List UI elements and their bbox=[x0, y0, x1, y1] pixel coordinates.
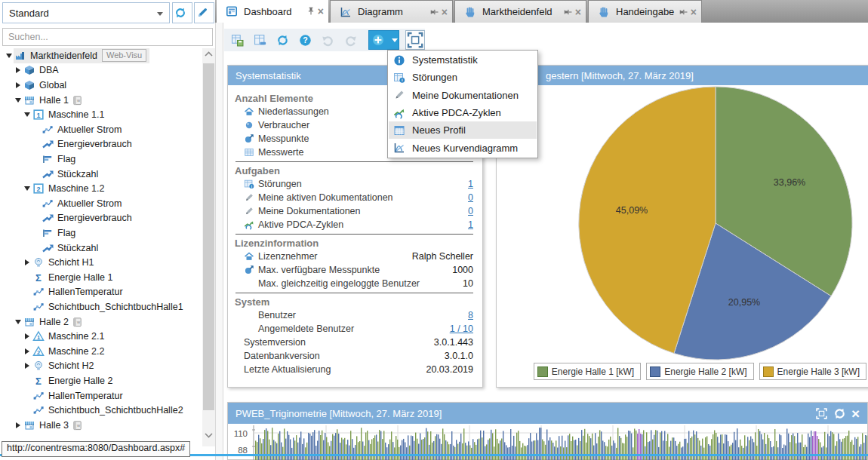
tab-dashboard[interactable]: Dashboard× bbox=[217, 0, 328, 23]
tree-item-energieverbrauch[interactable]: Energieverbrauch bbox=[0, 137, 234, 152]
tree-item-schicht-h2[interactable]: Schicht H2 bbox=[0, 359, 225, 374]
expand-icon[interactable] bbox=[14, 67, 23, 73]
close-icon[interactable]: × bbox=[575, 7, 581, 17]
stat-value-link[interactable]: 1 / 10 bbox=[450, 324, 473, 334]
tree-item-content: ΣEnergie Halle 2 bbox=[32, 373, 115, 388]
collapse-icon[interactable] bbox=[14, 320, 23, 324]
pin-horizontal-icon[interactable] bbox=[679, 7, 689, 17]
tree-item-dba[interactable]: DBA bbox=[0, 63, 216, 78]
scrollbar-thumb[interactable] bbox=[203, 63, 214, 410]
tree-item-maschine-1-1[interactable]: 1Maschine 1.1 bbox=[0, 107, 225, 122]
tree-item-halle-2[interactable]: Halle 2w bbox=[0, 314, 216, 330]
tab-diagramm[interactable]: Diagramm× bbox=[330, 0, 453, 23]
tree-item-st-ckzahl[interactable]: Stückzahl bbox=[0, 241, 234, 256]
stat-value-link[interactable]: 0 bbox=[468, 206, 473, 216]
close-icon[interactable]: × bbox=[851, 407, 860, 420]
tree-item-aktueller-strom[interactable]: Aktueller Strom bbox=[0, 196, 234, 211]
tree-item-global[interactable]: Global bbox=[0, 78, 216, 93]
legend-item-2[interactable]: Energie Halle 2 [kW] bbox=[646, 363, 753, 380]
expand-icon[interactable] bbox=[23, 259, 32, 265]
menu-item-neues-profil[interactable]: Neues Profil bbox=[389, 121, 537, 139]
scroll-up-icon[interactable] bbox=[202, 48, 215, 60]
tree-item-maschine-2-1[interactable]: 1Maschine 2.1 bbox=[0, 329, 225, 344]
close-icon[interactable]: × bbox=[318, 6, 324, 17]
pin-vertical-icon[interactable] bbox=[306, 6, 316, 17]
refresh-profile-button[interactable] bbox=[172, 2, 192, 23]
undo-button[interactable] bbox=[319, 30, 338, 50]
tree-item-flag[interactable]: Flag bbox=[0, 225, 234, 241]
chevron-down-icon[interactable] bbox=[392, 38, 398, 42]
tree-item-hallentemperatur[interactable]: HallenTemperatur bbox=[0, 285, 225, 300]
legend-item-3[interactable]: Energie Halle 3 [kW] bbox=[759, 363, 866, 380]
stat-value-link[interactable]: 8 bbox=[468, 310, 473, 320]
hall-icon bbox=[23, 316, 35, 328]
report-save-button[interactable] bbox=[227, 30, 247, 50]
expand-icon[interactable] bbox=[23, 348, 32, 354]
menu-item-meine-dokumentationen[interactable]: Meine Dokumentationen bbox=[389, 87, 537, 104]
stat-value-link[interactable]: 1 bbox=[468, 219, 473, 230]
stat-value-link[interactable]: 0 bbox=[468, 192, 473, 203]
profile-select[interactable]: Standard bbox=[2, 2, 170, 23]
expand-icon[interactable] bbox=[23, 333, 32, 339]
stat-value: 20.03.2019 bbox=[426, 364, 473, 375]
tree-item-flag[interactable]: Flag bbox=[0, 152, 234, 167]
pin-horizontal-icon[interactable] bbox=[429, 7, 440, 17]
add-widget-button[interactable] bbox=[368, 30, 399, 50]
tree-item-halle-1[interactable]: Halle 1w bbox=[0, 93, 216, 108]
tree-item-schicht-h1[interactable]: Schicht H1 bbox=[0, 255, 225, 270]
stat-label: Meine aktiven Dokumentationen bbox=[258, 192, 393, 203]
pen-icon bbox=[244, 192, 254, 203]
tree-item-maschine-2-2[interactable]: 2Maschine 2.2 bbox=[0, 344, 225, 359]
close-icon[interactable]: × bbox=[442, 7, 448, 17]
tree-item-energie-halle-1[interactable]: ΣEnergie Halle 1 bbox=[0, 270, 225, 285]
tree-item-halle-3[interactable]: Halle 3w bbox=[0, 418, 216, 433]
tree-scrollbar[interactable] bbox=[202, 48, 215, 446]
menu-item-aktive-pdca-zyklen[interactable]: Aktive PDCA-Zyklen bbox=[389, 104, 537, 121]
panel-header[interactable]: gestern [Mittwoch, 27. März 2019] bbox=[497, 66, 868, 85]
collapse-icon[interactable] bbox=[5, 54, 14, 58]
tree-item-maschine-1-2[interactable]: 2Maschine 1.2 bbox=[0, 181, 225, 196]
tab-handeingabe[interactable]: Handeingabe× bbox=[588, 0, 702, 23]
tree-item-st-ckzahl[interactable]: Stückzahl bbox=[0, 167, 234, 182]
tree-item-aktueller-strom[interactable]: Aktueller Strom bbox=[0, 122, 234, 137]
expand-icon[interactable] bbox=[14, 422, 23, 428]
menu-item-störungen[interactable]: iStörungen bbox=[389, 69, 537, 86]
stat-label: Angemeldete Benutzer bbox=[258, 324, 354, 334]
tree-item-schichtbuch-schichtbuchhalle2[interactable]: Schichtbuch_SchichtbuchHalle2 bbox=[0, 403, 225, 418]
menu-item-systemstatistik[interactable]: Systemstatistik bbox=[389, 51, 537, 69]
close-icon[interactable]: × bbox=[691, 7, 697, 17]
tree-item-label: Flag bbox=[57, 228, 75, 238]
tree-item-label: Global bbox=[39, 80, 66, 90]
collapse-icon[interactable] bbox=[23, 186, 32, 191]
triangle-1-icon: 1 bbox=[32, 330, 45, 342]
pin-horizontal-icon[interactable] bbox=[563, 7, 574, 17]
tree-item-energie-halle-2[interactable]: ΣEnergie Halle 2 bbox=[0, 373, 225, 388]
legend-item-1[interactable]: Energie Halle 1 [kW] bbox=[534, 363, 641, 380]
panel-header[interactable]: PWEB_Triginometrie [Mittwoch, 27. März 2… bbox=[228, 403, 867, 424]
tree-item-hallentemperatur[interactable]: HallenTemperatur bbox=[0, 388, 225, 403]
search-input[interactable] bbox=[2, 28, 213, 46]
tree-item-energieverbrauch[interactable]: Energieverbrauch bbox=[0, 211, 234, 226]
expand-icon[interactable] bbox=[23, 363, 32, 369]
scroll-down-icon[interactable] bbox=[202, 429, 215, 441]
edit-profile-button[interactable] bbox=[194, 2, 214, 23]
refresh-button[interactable] bbox=[272, 30, 292, 50]
stat-row: Datenbankversion3.0.1.0 bbox=[235, 349, 473, 363]
splitter[interactable] bbox=[215, 23, 223, 460]
fullscreen-icon[interactable] bbox=[815, 407, 828, 420]
collapse-icon[interactable] bbox=[23, 112, 32, 117]
trend-icon bbox=[42, 242, 54, 254]
redo-button[interactable] bbox=[341, 30, 361, 50]
help-button[interactable]: ? bbox=[296, 30, 315, 50]
menu-item-neues-kurvendiagramm[interactable]: Neues Kurvendiagramm bbox=[389, 139, 537, 156]
collapse-icon[interactable] bbox=[14, 98, 23, 103]
expand-icon[interactable] bbox=[14, 82, 23, 88]
tab-marktheidenfeld[interactable]: Marktheidenfeld× bbox=[454, 0, 586, 23]
refresh-icon[interactable] bbox=[833, 407, 846, 420]
tree-item-marktheidenfeld[interactable]: MarktheidenfeldWeb-Visu bbox=[0, 48, 207, 63]
tree-item-label: Marktheidenfeld bbox=[30, 51, 97, 61]
fullscreen-button[interactable] bbox=[405, 30, 425, 50]
tree-item-schichtbuch-schichtbuchhalle1[interactable]: Schichtbuch_SchichtbuchHalle1 bbox=[0, 299, 225, 314]
stat-value-link[interactable]: 1 bbox=[468, 179, 473, 189]
report-table-button[interactable] bbox=[250, 30, 269, 50]
